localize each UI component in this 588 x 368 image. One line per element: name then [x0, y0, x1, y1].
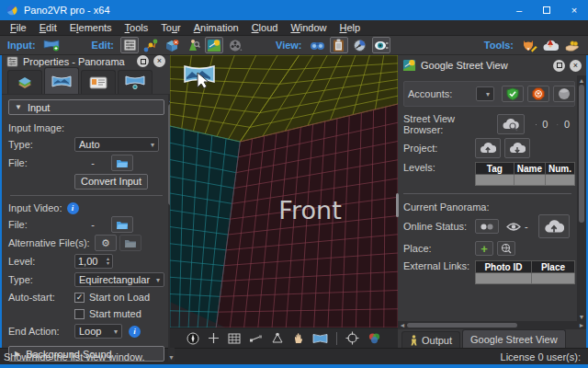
start-muted-checkbox[interactable] [74, 309, 85, 319]
eye-count: 0 [564, 119, 570, 130]
float-panel-button[interactable] [137, 55, 149, 67]
alt-files-open-button[interactable] [119, 235, 141, 251]
levels-table[interactable]: Tag Name Num. [475, 162, 575, 186]
scroll-left-icon[interactable]: ◄ [398, 322, 407, 328]
tab-output[interactable]: Output [401, 331, 460, 348]
tools-section-label: Tools: [484, 40, 514, 51]
tab-google-street-view[interactable]: Google Street View [462, 329, 566, 348]
external-links-table[interactable]: Photo ID Place [475, 260, 575, 284]
close-panel-button[interactable]: × [153, 55, 165, 67]
menu-item-window[interactable]: Window [284, 21, 333, 34]
scrollbar-thumb[interactable] [407, 323, 517, 328]
maximize-button[interactable] [533, 0, 560, 20]
edit-video-button[interactable] [226, 37, 244, 53]
levels-col-name[interactable]: Name [514, 163, 545, 175]
projection-icon[interactable] [271, 332, 284, 344]
edit-properties-button[interactable] [120, 37, 139, 53]
info-icon[interactable]: i [129, 326, 141, 338]
external-links-row: External Links: Photo ID Place [403, 259, 575, 284]
view-gauge-button[interactable] [351, 37, 369, 53]
input-accordion[interactable]: ▼ Input [8, 99, 164, 115]
search-place-button[interactable] [497, 241, 515, 256]
scroll-down-icon[interactable]: ▼ [579, 312, 585, 321]
start-on-load-checkbox[interactable]: ✓ [74, 293, 85, 303]
properties-panel-header[interactable]: Properties - Panorama × [2, 55, 170, 67]
edit-streetview-button[interactable] [205, 37, 223, 53]
alt-files-settings-button[interactable]: ⚙ [95, 235, 117, 251]
project-download-button[interactable] [504, 138, 530, 158]
status-toggle-button[interactable] [475, 219, 499, 234]
tab-panorama[interactable] [44, 67, 79, 94]
input-panorama-button[interactable] [42, 37, 61, 53]
levels-col-num[interactable]: Num. [546, 163, 575, 175]
gsv-panel-header[interactable]: Google Street View × [398, 55, 586, 75]
tools-gold-button[interactable] [562, 37, 581, 53]
end-action-select[interactable]: Loop ▾ [74, 324, 122, 339]
links-col-photo-id[interactable]: Photo ID [476, 261, 532, 273]
level-spinner[interactable]: 1,00 ▴▾ [74, 254, 113, 269]
edit-tour-map-button[interactable] [141, 37, 160, 53]
project-upload-button[interactable] [475, 138, 501, 158]
scroll-up-icon[interactable]: ▲ [579, 75, 585, 85]
menu-item-tools[interactable]: Tools [119, 21, 155, 34]
scroll-down-icon[interactable]: ▼ [168, 352, 175, 362]
edit-patch-button[interactable] [163, 37, 181, 53]
measure-tool-icon[interactable] [249, 333, 263, 343]
grid-icon[interactable] [228, 333, 241, 344]
menu-item-edit[interactable]: Edit [33, 21, 63, 34]
tab-id-card[interactable] [81, 70, 116, 94]
scrollbar-thumb[interactable] [579, 85, 584, 223]
view-binoculars-button[interactable] [309, 37, 327, 53]
view-list-button[interactable] [330, 37, 348, 53]
menu-item-animation[interactable]: Animation [187, 21, 245, 34]
open-video-file-button[interactable] [111, 216, 133, 233]
tab-input-output[interactable] [7, 70, 42, 94]
float-panel-button[interactable] [553, 60, 565, 72]
rgb-adjust-icon[interactable] [368, 332, 381, 345]
levels-empty-row[interactable] [476, 175, 575, 186]
gsv-hscrollbar[interactable]: ◄ ► [398, 321, 586, 329]
account-avatar-button[interactable] [553, 86, 575, 102]
convert-input-button[interactable]: Convert Input [74, 174, 148, 190]
panorama-viewer[interactable]: Front [170, 55, 398, 348]
panorama-strip-icon[interactable] [312, 333, 328, 344]
tools-gnome-cloud-button[interactable] [541, 37, 560, 53]
input-type-select[interactable]: Auto ▾ [74, 137, 159, 152]
open-file-button[interactable] [111, 155, 133, 171]
tab-panorama-pin[interactable] [118, 70, 153, 94]
menu-item-cloud[interactable]: Cloud [245, 21, 285, 34]
properties-tabs [2, 67, 170, 95]
video-type-select[interactable]: Equirectangular ▾ [74, 272, 164, 287]
spin-down-icon[interactable]: ▾ [107, 261, 109, 266]
crosshair-icon[interactable] [208, 332, 220, 344]
menu-item-help[interactable]: Help [334, 21, 368, 34]
accounts-select[interactable]: ▾ [476, 86, 494, 101]
menu-item-elements[interactable]: Elements [63, 21, 119, 34]
close-panel-button[interactable]: × [570, 60, 582, 72]
minimize-button[interactable]: – [505, 0, 533, 20]
street-view-browser-button[interactable] [497, 114, 525, 134]
links-col-place[interactable]: Place [531, 261, 574, 273]
edit-leveling-button[interactable] [184, 37, 202, 53]
info-icon[interactable]: i [67, 202, 79, 214]
target-icon[interactable] [345, 331, 359, 345]
add-place-button[interactable]: + [475, 241, 493, 256]
panorama-upload-button[interactable] [538, 214, 570, 238]
view-preview-button[interactable] [372, 37, 390, 53]
splitter-handle[interactable] [396, 193, 399, 217]
account-login-button[interactable] [502, 86, 524, 102]
close-button[interactable]: × [560, 0, 588, 20]
tools-wizard-button[interactable] [520, 37, 538, 53]
cloud-upload-icon [480, 142, 496, 155]
menu-item-tour[interactable]: Tour [154, 21, 187, 34]
account-logout-button[interactable] [527, 86, 549, 102]
panorama-node-thumbnail[interactable] [183, 63, 216, 91]
pan-hand-icon[interactable] [292, 332, 304, 344]
compass-icon[interactable] [187, 332, 199, 345]
toolbar-separator [336, 332, 337, 345]
links-empty-row[interactable] [476, 273, 575, 284]
scroll-right-icon[interactable]: ► [577, 322, 586, 328]
levels-col-tag[interactable]: Tag [476, 163, 514, 175]
menu-item-file[interactable]: File [4, 21, 33, 34]
gsv-scrollbar[interactable]: ▲ ▼ [577, 75, 586, 321]
